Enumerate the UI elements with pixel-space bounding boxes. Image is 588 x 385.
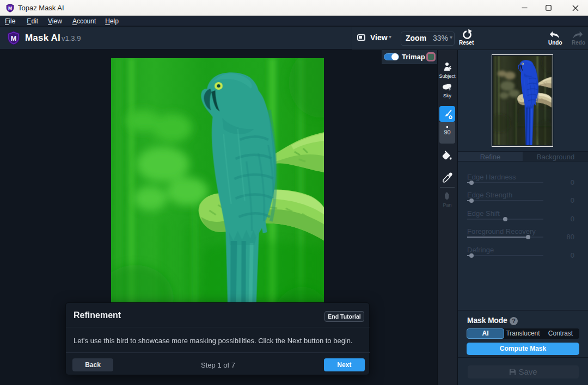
svg-text:M: M (8, 5, 12, 10)
svg-text:M: M (11, 35, 17, 42)
